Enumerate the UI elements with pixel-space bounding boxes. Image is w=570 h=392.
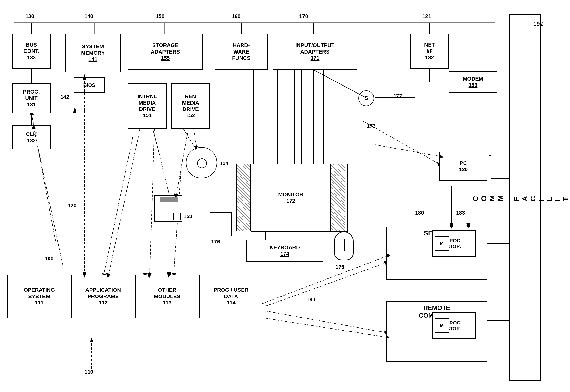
- prog-user-data-label: PROG / USERDATA: [214, 287, 248, 300]
- bus-cont-label: BUSCONT.: [23, 42, 39, 55]
- svg-line-84: [150, 129, 154, 275]
- keyboard-ref: 174: [280, 251, 289, 257]
- remote-m-label: M: [440, 323, 444, 329]
- svg-line-39: [152, 125, 169, 193]
- prog-user-data-box: PROG / USERDATA 114: [199, 275, 263, 318]
- ref-140: 140: [85, 13, 93, 20]
- floppy-153: [154, 195, 182, 222]
- system-memory-ref: 141: [88, 56, 98, 62]
- ref-183: 183: [456, 210, 465, 216]
- server-m-label: M: [440, 241, 444, 246]
- ref-170: 170: [299, 13, 308, 20]
- svg-marker-29: [73, 107, 77, 113]
- clk-box: CLK 132: [12, 125, 51, 150]
- server-outer-box: SERVER PROC.STOR. M 181: [386, 227, 487, 280]
- ref-153: 153: [183, 213, 192, 220]
- clk-ref: 132: [27, 137, 36, 144]
- proc-unit-ref: 131: [27, 101, 36, 108]
- ref-190: 190: [307, 296, 315, 303]
- monitor-label: MONITOR: [278, 191, 303, 198]
- remote-computer-outer-box: REMOTECOMPUTER PROC.STOR. M 191: [386, 301, 487, 362]
- ref-121: 121: [422, 13, 431, 20]
- intrnl-media-drive-box: INTRNLMEDIADRIVE 151: [128, 83, 166, 129]
- operating-system-box: OPERATINGSYSTEM 111: [7, 275, 71, 318]
- system-memory-box: SYSTEMMEMORY 141: [65, 34, 121, 72]
- bios-label: BIOS: [84, 82, 95, 88]
- svg-line-45: [265, 311, 386, 333]
- clk-label: CLK: [26, 131, 37, 137]
- svg-line-74: [375, 145, 442, 157]
- system-memory-label: SYSTEMMEMORY: [81, 43, 105, 56]
- intrnl-media-drive-label: INTRNLMEDIADRIVE: [138, 93, 157, 112]
- diagram: 130 140 150 160 170 121 BUSCONT. 133 PRO…: [0, 0, 570, 392]
- comm-facility-box: COMMFACILITY: [509, 14, 541, 381]
- switch-s-label: S: [365, 95, 368, 101]
- device-left-box: [210, 212, 232, 236]
- storage-adapters-label: STORAGEADAPTERS: [151, 42, 180, 55]
- storage-adapters-box: STORAGEADAPTERS 155: [128, 34, 203, 70]
- monitor-container: MONITOR 172: [236, 164, 345, 231]
- rem-media-drive-label: REMMEDIADRIVE: [182, 93, 199, 112]
- mouse-shape: [334, 231, 353, 260]
- svg-line-43: [265, 263, 386, 306]
- svg-line-82: [109, 129, 140, 275]
- ref-120: 120: [68, 203, 76, 209]
- pc-label: PC: [460, 160, 467, 166]
- prog-user-data-ref: 114: [227, 300, 235, 306]
- ref-175: 175: [336, 264, 344, 270]
- storage-adapters-ref: 155: [161, 55, 170, 61]
- svg-line-69: [314, 70, 366, 98]
- application-programs-box: APPLICATIONPROGRAMS 112: [71, 275, 135, 318]
- bios-box: BIOS: [73, 77, 105, 93]
- modem-box: MODEM 193: [449, 71, 497, 93]
- hardware-funcs-label: HARD-WAREFUNCS: [232, 42, 250, 61]
- bus-cont-ref: 133: [27, 55, 36, 61]
- comm-facility-label: COMMFACILITY: [471, 194, 570, 201]
- keyboard-box: KEYBOARD 174: [246, 240, 323, 262]
- net-if-ref: 182: [425, 55, 434, 61]
- operating-system-label: OPERATINGSYSTEM: [24, 287, 55, 300]
- ref-173: 173: [367, 123, 376, 129]
- svg-line-86: [183, 129, 195, 148]
- ref-177: 177: [393, 93, 402, 99]
- net-if-label: NETI/F: [424, 42, 435, 55]
- ref-150: 150: [156, 13, 165, 20]
- modem-ref: 193: [469, 82, 478, 88]
- io-adapters-box: INPUT/OUTPUTADAPTERS 171: [273, 34, 357, 70]
- svg-line-35: [174, 169, 181, 275]
- io-adapters-label: INPUT/OUTPUTADAPTERS: [295, 42, 335, 55]
- intrnl-media-drive-ref: 151: [143, 112, 152, 119]
- ref-142: 142: [60, 94, 69, 100]
- application-programs-label: APPLICATIONPROGRAMS: [86, 287, 121, 300]
- ref-180: 180: [415, 210, 424, 216]
- arrow-110: [80, 335, 104, 371]
- rem-media-drive-ref: 152: [186, 112, 195, 119]
- svg-line-31: [104, 137, 133, 275]
- other-modules-label: OTHERMODULES: [154, 287, 180, 300]
- proc-unit-box: PROC.UNIT 131: [12, 83, 51, 113]
- application-programs-ref: 112: [99, 300, 108, 306]
- hardware-funcs-box: HARD-WAREFUNCS: [215, 34, 268, 70]
- ref-100: 100: [45, 255, 54, 262]
- svg-line-78: [262, 255, 389, 304]
- operating-system-ref: 111: [35, 300, 44, 306]
- ref-176: 176: [211, 239, 220, 245]
- bus-cont-box: BUSCONT. 133: [12, 34, 51, 69]
- ref-154: 154: [219, 160, 229, 167]
- net-if-box: NETI/F 182: [410, 34, 449, 69]
- monitor-ref: 172: [286, 198, 295, 204]
- disk-154: [186, 147, 217, 178]
- switch-s-box: S: [358, 90, 374, 106]
- proc-unit-label: PROC.UNIT: [23, 89, 40, 101]
- rem-media-drive-box: REMMEDIADRIVE 152: [171, 83, 210, 129]
- svg-line-76: [265, 318, 389, 337]
- modem-label: MODEM: [463, 76, 483, 82]
- ref-160: 160: [232, 13, 241, 20]
- ref-130: 130: [25, 13, 34, 20]
- keyboard-label: KEYBOARD: [270, 244, 300, 251]
- ref-192: 192: [533, 20, 543, 27]
- pc-ref: 120: [459, 166, 468, 173]
- io-adapters-ref: 171: [311, 55, 320, 61]
- other-modules-ref: 113: [163, 300, 172, 306]
- other-modules-box: OTHERMODULES 113: [135, 275, 199, 318]
